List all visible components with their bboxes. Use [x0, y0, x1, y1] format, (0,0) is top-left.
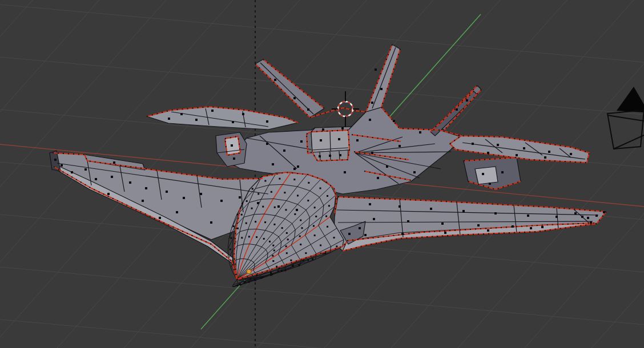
viewport-canvas[interactable] [0, 0, 644, 348]
blender-3d-viewport[interactable] [0, 0, 644, 348]
face-right-pod-face[interactable] [475, 167, 498, 184]
object-origin-dot [247, 269, 251, 274]
